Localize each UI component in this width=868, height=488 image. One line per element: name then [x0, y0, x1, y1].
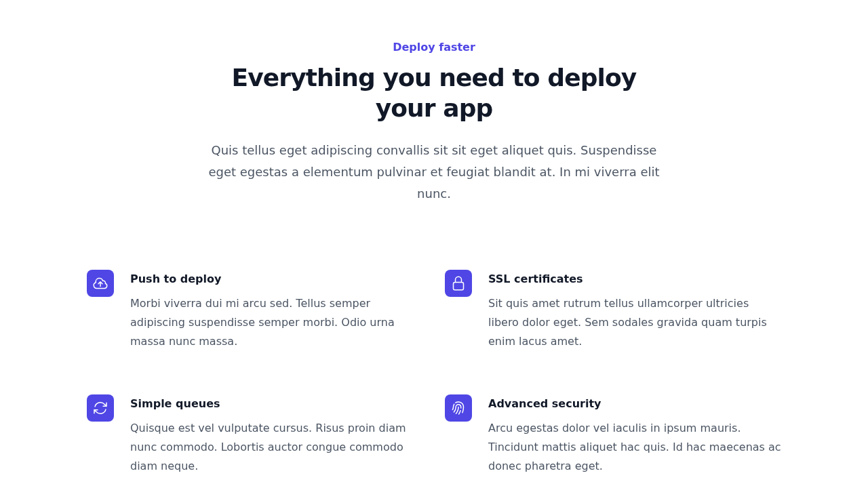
feature-title: Push to deploy [130, 270, 423, 289]
feature-item: SSL certificates Sit quis amet rutrum te… [445, 270, 781, 351]
eyebrow-text: Deploy faster [206, 38, 662, 57]
feature-description: Morbi viverra dui mi arcu sed. Tellus se… [130, 294, 423, 351]
feature-title-text: Push to deploy [130, 272, 221, 285]
feature-description: Arcu egestas dolor vel iaculis in ipsum … [488, 419, 781, 476]
feature-title-text: SSL certificates [488, 272, 583, 285]
lock-icon [445, 270, 472, 297]
fingerprint-icon [445, 394, 472, 422]
feature-description: Sit quis amet rutrum tellus ullamcorper … [488, 294, 781, 351]
feature-item: Advanced security Arcu egestas dolor vel… [445, 394, 781, 476]
feature-item: Simple queues Quisque est vel vulputate … [87, 394, 423, 476]
feature-title: SSL certificates [488, 270, 781, 289]
feature-title: Simple queues [130, 394, 423, 413]
page-title: Everything you need to deploy your app [206, 62, 662, 123]
feature-title: Advanced security [488, 394, 781, 413]
page-subtitle: Quis tellus eget adipiscing convallis si… [206, 140, 662, 205]
feature-description: Quisque est vel vulputate cursus. Risus … [130, 419, 423, 476]
page-container: Deploy faster Everything you need to dep… [0, 0, 868, 476]
refresh-icon [87, 394, 114, 422]
features-grid: Push to deploy Morbi viverra dui mi arcu… [87, 270, 781, 476]
header-section: Deploy faster Everything you need to dep… [206, 38, 662, 205]
feature-item: Push to deploy Morbi viverra dui mi arcu… [87, 270, 423, 351]
features-section: Push to deploy Morbi viverra dui mi arcu… [87, 270, 781, 476]
feature-title-text: Simple queues [130, 397, 220, 410]
feature-title-text: Advanced security [488, 397, 601, 410]
cloud-upload-icon [87, 270, 114, 297]
